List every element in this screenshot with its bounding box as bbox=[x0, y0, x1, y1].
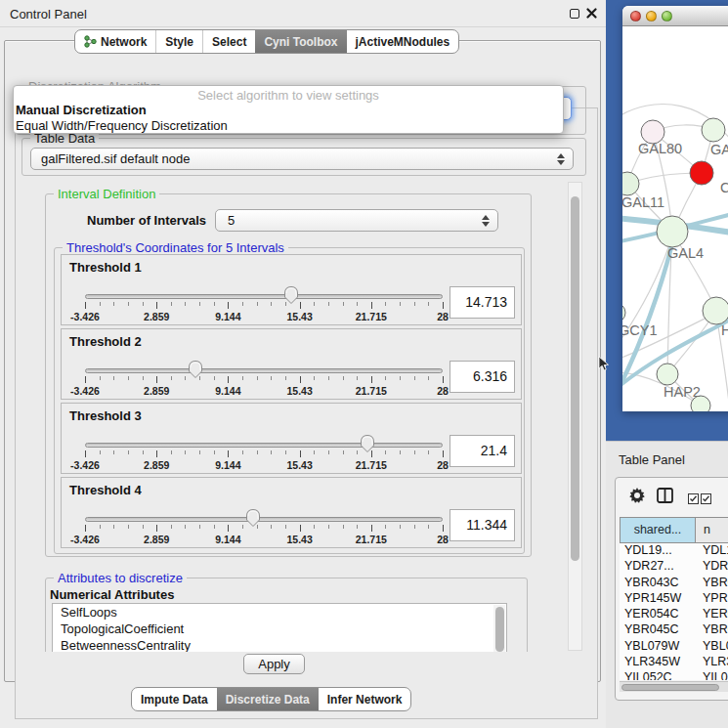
tab-select[interactable]: Select bbox=[202, 30, 255, 53]
close-icon[interactable] bbox=[586, 8, 597, 19]
threshold-value-field[interactable]: 6.316 bbox=[450, 361, 515, 393]
tick-mark bbox=[242, 376, 243, 380]
table-row[interactable]: YBL079WYBL0 bbox=[620, 639, 728, 655]
tick-mark bbox=[300, 302, 301, 309]
network-node[interactable] bbox=[703, 297, 728, 324]
threshold-slider[interactable]: -3.4262.8599.14415.4321.71528 bbox=[85, 359, 443, 400]
tick-mark bbox=[385, 376, 386, 380]
float-window-icon[interactable] bbox=[570, 9, 579, 19]
threshold-slider[interactable]: -3.4262.8599.14415.4321.71528 bbox=[85, 284, 443, 325]
tick-mark bbox=[128, 525, 129, 529]
table-row[interactable]: YDL19...YDL1 bbox=[620, 543, 728, 559]
number-of-intervals-label: Number of Intervals bbox=[87, 213, 206, 228]
table-data-group: Table Data galFiltered.sif default node bbox=[21, 138, 586, 176]
threshold-slider[interactable]: -3.4262.8599.14415.4321.71528 bbox=[85, 433, 443, 474]
tab-cyni-toolbox[interactable]: Cyni Toolbox bbox=[255, 30, 346, 53]
dropdown-option[interactable]: Manual Discretization bbox=[14, 103, 563, 118]
tick-label: 28 bbox=[437, 459, 449, 471]
network-node[interactable] bbox=[622, 303, 625, 322]
gear-icon[interactable] bbox=[628, 487, 646, 508]
network-node[interactable] bbox=[702, 118, 725, 142]
slider-thumb[interactable] bbox=[283, 285, 299, 305]
interval-definition-group: Interval Definition Number of Intervals … bbox=[45, 193, 532, 557]
table-header: shared...n bbox=[620, 517, 728, 543]
tick-mark bbox=[385, 450, 386, 454]
node-label: GA bbox=[710, 142, 728, 157]
slider-thumb[interactable] bbox=[245, 508, 261, 528]
network-tab-icon bbox=[84, 35, 97, 48]
tab-label: Network bbox=[101, 35, 147, 49]
slider-thumb[interactable] bbox=[188, 360, 203, 379]
tick-mark bbox=[314, 302, 315, 306]
tick-label: 28 bbox=[437, 311, 449, 322]
tab-style[interactable]: Style bbox=[155, 30, 202, 53]
tick-mark bbox=[185, 376, 186, 380]
table-cell: YLR345W bbox=[620, 655, 695, 670]
tick-mark bbox=[143, 525, 144, 529]
network-node[interactable] bbox=[690, 161, 713, 185]
network-window-titlebar[interactable] bbox=[622, 6, 728, 26]
tick-label: 15.43 bbox=[286, 385, 312, 397]
tab-label: Discretize Data bbox=[226, 693, 310, 707]
table-data-combobox[interactable]: galFiltered.sif default node bbox=[30, 148, 574, 170]
show-columns-icon[interactable] bbox=[657, 488, 673, 507]
zoom-traffic-light-icon[interactable] bbox=[662, 11, 672, 21]
table-cell: YBR0 bbox=[695, 622, 728, 638]
deselect-all-checkbox-icon[interactable] bbox=[701, 491, 711, 508]
tick-label: 21.715 bbox=[356, 534, 387, 545]
table-row[interactable]: YBR045CYBR0 bbox=[620, 622, 728, 638]
tick-mark bbox=[143, 450, 144, 454]
tab-jactivemnodules[interactable]: jActiveMNodules bbox=[347, 30, 459, 53]
tick-mark bbox=[128, 302, 129, 306]
threshold-label: Threshold 3 bbox=[69, 408, 142, 423]
minimize-traffic-light-icon[interactable] bbox=[646, 11, 657, 21]
dropdown-option[interactable]: Equal Width/Frequency Discretization bbox=[14, 118, 563, 134]
tab-impute-data[interactable]: Impute Data bbox=[132, 688, 217, 710]
tick-mark bbox=[414, 525, 415, 529]
slider-thumb[interactable] bbox=[360, 434, 375, 453]
number-of-intervals-combobox[interactable]: 5 bbox=[215, 209, 498, 232]
attribute-list-item[interactable]: BetweennessCentrality bbox=[53, 637, 506, 652]
table-row[interactable]: YER054CYER0 bbox=[620, 607, 728, 622]
threshold-value-field[interactable]: 14.713 bbox=[450, 286, 515, 319]
tick-mark bbox=[300, 376, 301, 383]
network-node[interactable] bbox=[657, 216, 688, 247]
tab-infer-network[interactable]: Infer Network bbox=[319, 688, 411, 710]
table-cell: YBR0 bbox=[695, 576, 728, 591]
apply-button[interactable]: Apply bbox=[243, 654, 305, 674]
network-node[interactable] bbox=[622, 172, 639, 195]
table-hscrollbar[interactable] bbox=[620, 681, 728, 692]
table-row[interactable]: YLR345WYLR3 bbox=[620, 655, 728, 670]
table-row[interactable]: YPR145WYPR1 bbox=[620, 591, 728, 607]
close-traffic-light-icon[interactable] bbox=[630, 11, 641, 21]
attribute-list-item[interactable]: SelfLoops bbox=[53, 604, 506, 621]
list-scrollbar[interactable] bbox=[493, 605, 505, 652]
threshold-value-field[interactable]: 21.4 bbox=[450, 435, 515, 467]
table-cell: YLR3 bbox=[695, 655, 728, 670]
table-row[interactable]: YBR043CYBR0 bbox=[620, 576, 728, 591]
tick-mark bbox=[156, 525, 157, 532]
table-cell: YDL19... bbox=[620, 543, 695, 559]
select-all-checkbox-icon[interactable] bbox=[688, 491, 699, 508]
tick-mark bbox=[443, 525, 444, 532]
tab-discretize-data[interactable]: Discretize Data bbox=[217, 688, 319, 710]
table-row[interactable]: YIL052CYIL0 bbox=[620, 670, 728, 680]
tab-label: Infer Network bbox=[327, 693, 403, 707]
attribute-list-item[interactable]: TopologicalCoefficient bbox=[53, 621, 506, 637]
tick-label: 21.715 bbox=[356, 311, 387, 322]
network-canvas[interactable]: GAL80GACGAL11GAL4HGCY1HAP2 bbox=[622, 26, 728, 411]
network-node[interactable] bbox=[657, 364, 678, 385]
table-column-header[interactable]: n bbox=[696, 518, 728, 542]
tick-mark bbox=[113, 302, 114, 306]
threshold-slider[interactable]: -3.4262.8599.14415.4321.71528 bbox=[85, 507, 443, 548]
tick-mark bbox=[414, 376, 415, 380]
tab-network[interactable]: Network bbox=[75, 30, 155, 53]
tick-label: 9.144 bbox=[215, 459, 240, 471]
network-view-window[interactable]: GAL80GACGAL11GAL4HGCY1HAP2 bbox=[622, 6, 728, 411]
panel-scrollbar[interactable] bbox=[568, 182, 582, 651]
tick-label: 15.43 bbox=[286, 534, 312, 545]
threshold-value-field[interactable]: 11.344 bbox=[450, 509, 515, 541]
table-column-header[interactable]: shared... bbox=[621, 518, 696, 542]
attributes-listbox[interactable]: SelfLoopsTopologicalCoefficientBetweenne… bbox=[52, 603, 507, 652]
table-row[interactable]: YDR27...YDR2 bbox=[620, 559, 728, 575]
